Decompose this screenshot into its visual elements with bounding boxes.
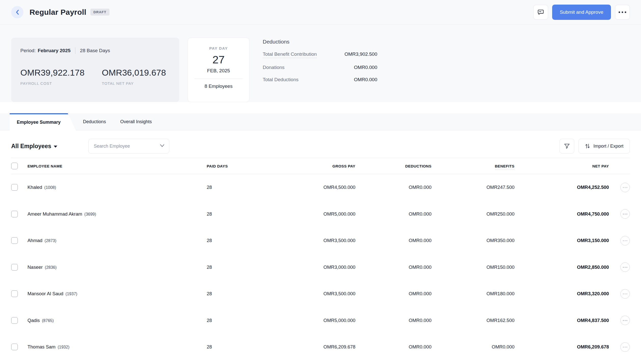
row-checkbox[interactable] (11, 211, 18, 217)
row-menu-button[interactable] (620, 316, 630, 325)
back-icon (16, 10, 19, 15)
table-row[interactable]: Khaled (1008) 28 OMR4,500.000 OMR0.000 O… (11, 174, 630, 201)
employee-name-cell: Khaled (1008) (27, 185, 207, 190)
select-all-checkbox[interactable] (11, 163, 18, 169)
row-menu-button[interactable] (620, 342, 630, 352)
deductions-value: OMR0.000 (355, 344, 431, 350)
row-menu-icon (623, 187, 624, 188)
employee-summary-content: All Employees Import / (0, 138, 641, 360)
period-value: February 2025 (38, 48, 71, 53)
filter-button[interactable] (560, 139, 574, 153)
benefits-value: OMR0.000 (431, 344, 514, 350)
header-net-pay: NET PAY (514, 164, 609, 168)
search-employee-input[interactable] (88, 139, 169, 153)
employee-id: (3699) (84, 212, 96, 216)
employee-name-cell: Ameer Muhammad Akram (3699) (27, 211, 207, 217)
employee-group-filter[interactable]: All Employees (11, 143, 57, 150)
payroll-cost-label: PAYROLL COST (20, 81, 102, 86)
top-header-bar: Regular Payroll DRAFT Submit and Approve (0, 0, 641, 24)
deductions-panel: Deductions Total Benefit Contribution OM… (263, 38, 377, 82)
status-badge: DRAFT (90, 9, 109, 16)
import-export-button[interactable]: Import / Export (578, 139, 630, 153)
table-row[interactable]: Qadis (8765) 28 OMR5,000.000 OMR0.000 OM… (11, 307, 630, 334)
employee-name-cell: Thomas Sam (1932) (27, 344, 207, 350)
payday-date: FEB, 2025 (188, 68, 249, 74)
table-row[interactable]: Ahmad (2873) 28 OMR3,500.000 OMR0.000 OM… (11, 227, 630, 254)
benefits-value: OMR250.000 (431, 211, 514, 217)
import-export-label: Import / Export (593, 144, 623, 149)
table-row[interactable]: Thomas Sam (1932) 28 OMR6,209.678 OMR0.0… (11, 334, 630, 360)
payroll-summary-section: Period: February 2025 28 Base Days OMR39… (0, 24, 641, 102)
net-pay-value: OMR3,150.000 (514, 238, 609, 243)
table-row[interactable]: Ameer Muhammad Akram (3699) 28 OMR5,000.… (11, 201, 630, 228)
paid-days-value: 28 (207, 211, 286, 217)
employee-id: (2873) (45, 239, 56, 243)
tab-bar: Employee Summary Deductions Overall Insi… (0, 113, 641, 130)
table-controls-row: All Employees Import / (11, 138, 630, 154)
page-title: Regular Payroll (30, 8, 86, 17)
header-deductions: DEDUCTIONS (355, 164, 431, 168)
payday-card: PAY DAY 27 FEB, 2025 8 Employees (188, 38, 249, 102)
row-menu-button[interactable] (620, 183, 630, 192)
table-row[interactable]: Mansoor Al Saud (1937) 28 OMR3,500.000 O… (11, 281, 630, 307)
benefits-value: OMR350.000 (431, 238, 514, 243)
gross-pay-value: OMR3,500.000 (286, 291, 355, 297)
row-menu-icon (623, 347, 624, 348)
employee-name: Ahmad (27, 238, 43, 243)
net-pay-value: OMR2,850.000 (514, 264, 609, 270)
employee-id: (8765) (42, 318, 54, 323)
more-actions-button[interactable] (615, 5, 630, 20)
employee-table: EMPLOYEE NAME PAID DAYS GROSS PAY DEDUCT… (11, 158, 630, 360)
benefits-value: OMR180.000 (431, 291, 514, 297)
employee-name: Thomas Sam (27, 344, 55, 349)
paid-days-value: 28 (207, 185, 286, 190)
more-icon (619, 11, 626, 13)
submit-and-approve-button[interactable]: Submit and Approve (552, 5, 611, 20)
row-checkbox[interactable] (11, 344, 18, 350)
paid-days-value: 28 (207, 291, 286, 297)
employee-id: (1932) (58, 345, 69, 349)
tab-deductions[interactable]: Deductions (76, 113, 113, 130)
deductions-value: OMR0.000 (355, 264, 431, 270)
employee-name-cell: Qadis (8765) (27, 318, 207, 323)
divider (194, 79, 243, 79)
back-button[interactable] (11, 6, 23, 18)
row-menu-icon (623, 240, 624, 241)
row-checkbox[interactable] (11, 237, 18, 244)
tab-overall-insights[interactable]: Overall Insights (113, 113, 159, 130)
table-row[interactable]: Naseer (2836) 28 OMR3,000.000 OMR0.000 O… (11, 254, 630, 281)
deductions-value: OMR0.000 (355, 291, 431, 297)
row-menu-button[interactable] (620, 236, 630, 245)
employee-id: (2836) (45, 265, 57, 270)
gross-pay-value: OMR4,500.000 (286, 185, 355, 190)
row-menu-icon (623, 293, 624, 295)
row-checkbox[interactable] (11, 264, 18, 271)
comment-button[interactable] (533, 5, 548, 20)
employee-name: Naseer (27, 264, 43, 270)
gross-pay-value: OMR3,000.000 (286, 264, 355, 270)
employee-group-filter-label: All Employees (11, 143, 51, 150)
row-menu-icon (623, 267, 624, 268)
paid-days-value: 28 (207, 238, 286, 243)
header-employee-name: EMPLOYEE NAME (27, 164, 207, 168)
employee-name: Qadis (27, 318, 40, 323)
table-header-row: EMPLOYEE NAME PAID DAYS GROSS PAY DEDUCT… (11, 158, 630, 174)
employee-name-cell: Naseer (2836) (27, 264, 207, 270)
gross-pay-value: OMR6,209.678 (286, 344, 355, 350)
paid-days-value: 28 (207, 344, 286, 350)
row-checkbox[interactable] (11, 290, 18, 297)
paid-days-value: 28 (207, 264, 286, 270)
row-menu-button[interactable] (620, 289, 630, 299)
period-card: Period: February 2025 28 Base Days OMR39… (11, 38, 179, 102)
tab-employee-summary[interactable]: Employee Summary (10, 113, 76, 130)
deductions-value: OMR0.000 (355, 185, 431, 190)
comment-icon (537, 9, 544, 16)
net-pay-value: OMR6,209.678 (514, 344, 609, 350)
row-checkbox[interactable] (11, 184, 18, 191)
header-benefits: BENEFITS (431, 164, 514, 168)
row-menu-button[interactable] (620, 209, 630, 219)
row-checkbox[interactable] (11, 317, 18, 324)
table-body: Khaled (1008) 28 OMR4,500.000 OMR0.000 O… (11, 174, 630, 360)
row-menu-button[interactable] (620, 262, 630, 272)
benefits-value: OMR162.500 (431, 318, 514, 323)
